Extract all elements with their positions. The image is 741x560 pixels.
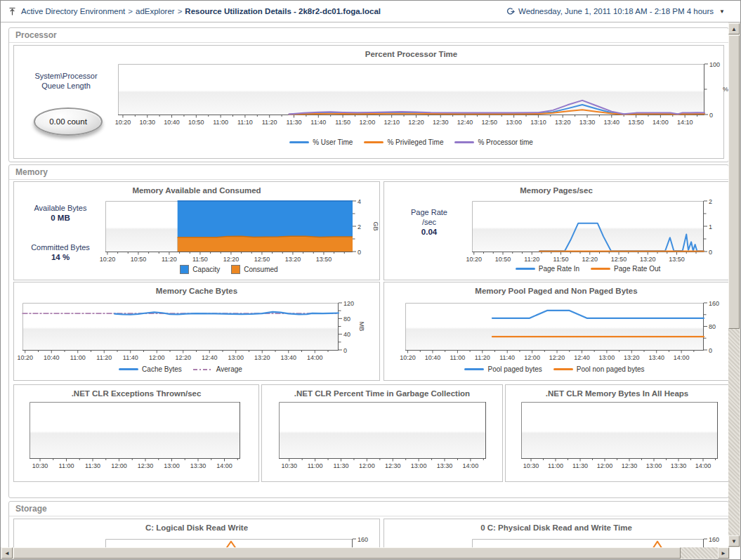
drag-handle-icon bbox=[8, 7, 17, 16]
processor-section-header: Processor bbox=[9, 28, 728, 43]
svg-text:14:00: 14:00 bbox=[216, 462, 232, 469]
chart-title: Percent Processor Time bbox=[118, 50, 704, 58]
legend-swatch bbox=[464, 368, 484, 370]
svg-text:11:20: 11:20 bbox=[96, 354, 112, 361]
svg-text:11:20: 11:20 bbox=[475, 354, 490, 361]
legend-label: % Processor time bbox=[478, 138, 532, 146]
svg-text:12:20: 12:20 bbox=[223, 256, 240, 263]
legend-swatch bbox=[591, 268, 610, 270]
processor-queue-label: System\Processor Queue Length bbox=[20, 71, 112, 91]
svg-text:12:10: 12:10 bbox=[383, 119, 400, 126]
svg-text:13:00: 13:00 bbox=[599, 354, 615, 361]
svg-text:11:00: 11:00 bbox=[70, 354, 86, 361]
horizontal-scroll-thumb[interactable] bbox=[13, 547, 681, 559]
svg-text:0: 0 bbox=[343, 347, 347, 354]
memory-available-chart[interactable]: 10:2010:5011:2011:5012:2012:5013:2013:50… bbox=[105, 201, 383, 270]
svg-text:14:00: 14:00 bbox=[463, 462, 479, 469]
svg-text:10:30: 10:30 bbox=[281, 462, 297, 469]
svg-text:13:50: 13:50 bbox=[669, 256, 685, 263]
svg-text:12:00: 12:00 bbox=[597, 462, 613, 469]
breadcrumb-link-adexplorer[interactable]: adExplorer bbox=[136, 7, 175, 15]
percent-processor-time-chart[interactable]: 10:2010:3010:4010:5011:0011:1011:2011:30… bbox=[118, 64, 730, 133]
svg-text:11:30: 11:30 bbox=[287, 119, 302, 126]
processor-queue-gauge[interactable]: 0.00 count bbox=[34, 108, 103, 136]
net-gc-chart[interactable]: 10:3011:0011:3012:0012:3013:0013:3014:00 bbox=[279, 402, 517, 476]
svg-text:12:50: 12:50 bbox=[482, 119, 498, 126]
svg-text:11:00: 11:00 bbox=[450, 354, 465, 361]
net-heaps-chart[interactable]: 10:3011:0011:3012:0012:3013:0013:3014:00 bbox=[521, 402, 730, 476]
legend-swatch bbox=[119, 368, 138, 370]
net-exceptions-chart[interactable]: 10:3011:0011:3012:0012:3013:0013:3014:00 bbox=[29, 402, 271, 476]
svg-text:11:40: 11:40 bbox=[123, 354, 138, 361]
legend-swatch bbox=[231, 265, 240, 274]
breadcrumb-current-page: Resource Utilization Details - 2k8r2-dc0… bbox=[185, 7, 381, 15]
svg-text:40: 40 bbox=[343, 331, 350, 338]
legend-label: % User Time bbox=[313, 138, 353, 146]
legend-label: Page Rate In bbox=[539, 265, 579, 273]
memory-pages-chart[interactable]: 10:2010:5011:2011:5012:2012:5013:2013:50… bbox=[472, 201, 730, 270]
legend-label: % Privileged Time bbox=[387, 138, 443, 146]
svg-text:12:40: 12:40 bbox=[202, 354, 218, 361]
svg-text:12:30: 12:30 bbox=[385, 462, 401, 469]
svg-text:120: 120 bbox=[343, 300, 354, 307]
memory-section-header: Memory bbox=[9, 165, 728, 180]
svg-text:0: 0 bbox=[358, 249, 361, 256]
legend-label: Page Rate Out bbox=[614, 265, 660, 273]
svg-text:13:20: 13:20 bbox=[555, 119, 571, 126]
legend-label: Capacity bbox=[192, 266, 220, 273]
memory-available-box: Memory Available and Consumed Available … bbox=[13, 181, 380, 280]
available-bytes-metric: Available Bytes 0 MB bbox=[18, 203, 103, 223]
svg-text:10:40: 10:40 bbox=[44, 354, 60, 361]
chart-legend: Page Rate InPage Rate Out bbox=[472, 265, 704, 273]
vertical-scrollbar[interactable]: ▲ ▼ bbox=[728, 22, 740, 547]
svg-text:11:00: 11:00 bbox=[308, 462, 323, 469]
processor-panel: Processor System\Processor Queue Length … bbox=[8, 27, 729, 162]
horizontal-scroll-track[interactable] bbox=[681, 547, 718, 559]
scroll-down-button[interactable]: ▼ bbox=[728, 535, 740, 547]
memory-pool-chart[interactable]: 10:2010:4011:0011:2011:4012:0012:2012:40… bbox=[405, 303, 730, 368]
svg-text:14:00: 14:00 bbox=[653, 119, 669, 126]
scroll-right-button[interactable]: ► bbox=[718, 547, 729, 559]
breadcrumb-link-environment[interactable]: Active Directory Environment bbox=[21, 7, 125, 15]
svg-text:11:50: 11:50 bbox=[335, 119, 350, 126]
svg-text:11:20: 11:20 bbox=[262, 119, 277, 126]
legend-item: Average bbox=[193, 365, 242, 373]
legend-swatch bbox=[516, 268, 535, 270]
svg-text:12:40: 12:40 bbox=[457, 119, 473, 126]
legend-item: Page Rate Out bbox=[591, 265, 660, 273]
net-exceptions-box: .NET CLR Exceptions Thrown/sec 10:3011:0… bbox=[13, 384, 259, 482]
top-bar: Active Directory Environment > adExplore… bbox=[1, 1, 740, 22]
timerange-dropdown-icon: ▼ bbox=[719, 8, 725, 15]
vertical-scroll-track[interactable] bbox=[728, 329, 740, 535]
svg-text:0: 0 bbox=[709, 112, 713, 119]
chart-title: Memory Cache Bytes bbox=[14, 287, 379, 295]
svg-text:13:30: 13:30 bbox=[579, 119, 596, 126]
svg-text:12:50: 12:50 bbox=[254, 256, 270, 263]
vertical-scroll-thumb[interactable] bbox=[728, 35, 740, 329]
svg-text:13:00: 13:00 bbox=[164, 462, 180, 469]
timerange-selector[interactable]: Wednesday, June 1, 2011 10:18 AM - 2:18 … bbox=[506, 1, 725, 22]
legend-item: % Processor time bbox=[454, 138, 532, 146]
legend-swatch bbox=[553, 368, 573, 370]
scroll-left-button[interactable]: ◄ bbox=[1, 547, 13, 559]
svg-text:80: 80 bbox=[343, 315, 350, 323]
legend-item: Capacity bbox=[180, 265, 220, 274]
svg-text:10:20: 10:20 bbox=[100, 256, 116, 263]
memory-pages-box: Memory Pages/sec Page Rate /sec 0.04 10:… bbox=[383, 181, 729, 280]
svg-text:10:40: 10:40 bbox=[164, 119, 180, 126]
legend-item: % Privileged Time bbox=[364, 138, 443, 146]
chart-legend: CapacityConsumed bbox=[105, 265, 353, 274]
svg-text:0: 0 bbox=[709, 249, 712, 256]
svg-text:13:20: 13:20 bbox=[254, 354, 270, 361]
svg-text:11:30: 11:30 bbox=[572, 462, 588, 469]
svg-text:10:30: 10:30 bbox=[32, 462, 48, 469]
svg-text:11:20: 11:20 bbox=[524, 256, 539, 263]
legend-item: Page Rate In bbox=[516, 265, 579, 273]
legend-item: % User Time bbox=[289, 138, 353, 146]
memory-cache-chart[interactable]: 10:2010:4011:0011:2011:4012:0012:2012:40… bbox=[22, 303, 369, 368]
legend-swatch bbox=[180, 265, 189, 274]
horizontal-scrollbar[interactable]: ◄ ► bbox=[1, 547, 730, 559]
scroll-up-button[interactable]: ▲ bbox=[728, 23, 740, 34]
svg-text:12:30: 12:30 bbox=[138, 462, 154, 469]
svg-text:12:20: 12:20 bbox=[582, 256, 598, 263]
